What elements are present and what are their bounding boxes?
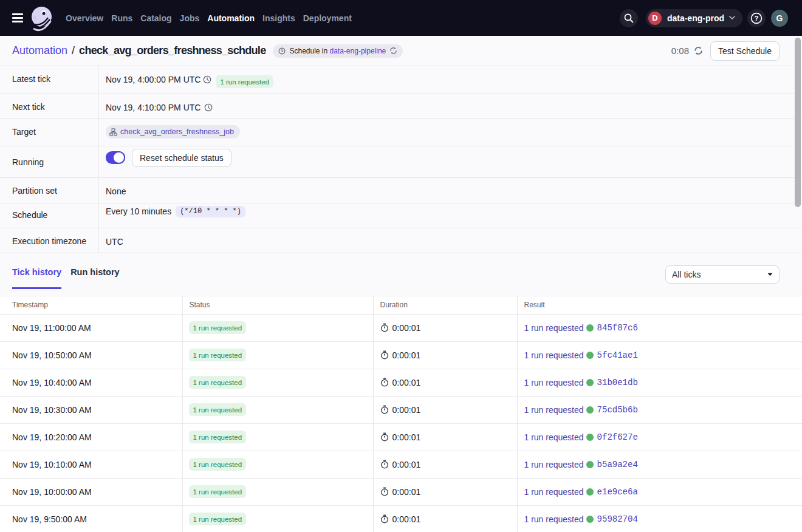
svg-text:?: ?: [754, 15, 758, 22]
